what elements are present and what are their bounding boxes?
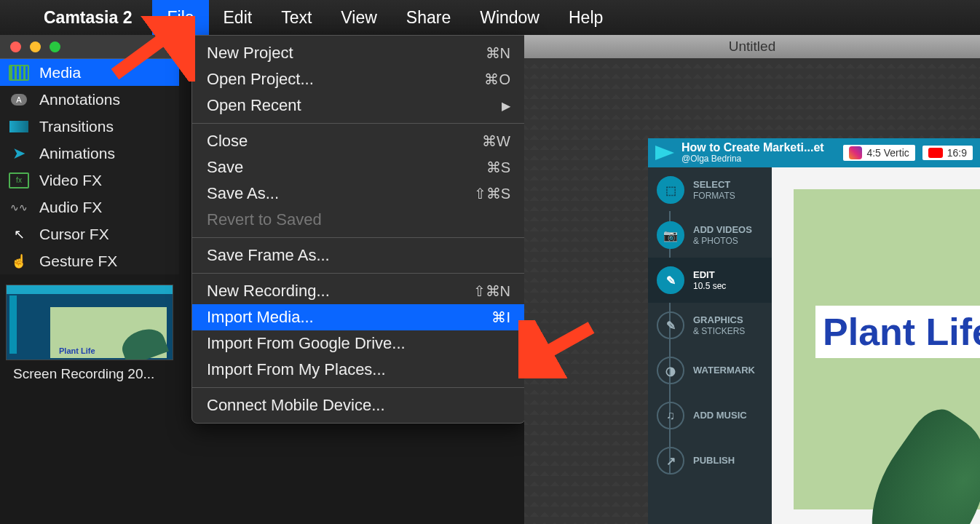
instagram-icon [849,146,862,159]
menu-item-new-recording[interactable]: New Recording...⇧⌘N [192,278,525,304]
menu-item-label: Open Recent [207,96,301,115]
step-icon: ♫ [657,402,684,429]
menu-file[interactable]: File [152,0,208,35]
sidebar-item-annotations[interactable]: AAnnotations [0,86,179,113]
zoom-window[interactable] [50,41,60,52]
sidebar-item-animations[interactable]: ➤Animations [0,140,179,167]
project-topbar: How to Create Marketi...et @Olga Bedrina… [648,138,980,167]
project-author: @Olga Bedrina [681,154,824,164]
step-edit[interactable]: ✎EDIT10.5 sec [648,258,772,303]
app-name[interactable]: Camtasia 2 [44,8,132,28]
menu-separator [192,237,525,238]
menu-shortcut: ⌘I [491,309,510,326]
thumb-label: Plant Life [59,346,95,355]
submenu-arrow-icon: ▶ [502,99,510,113]
preview-canvas[interactable]: How to Create Marketi...et @Olga Bedrina… [648,138,980,524]
menu-window[interactable]: Window [465,0,554,35]
menu-item-open-project[interactable]: Open Project...⌘O [192,66,525,92]
menu-item-import-from-google-drive[interactable]: Import From Google Drive... [192,330,525,357]
menu-item-label: Open Project... [207,70,314,89]
preview-area: Untitled How to Create Marketi...et @Olg… [524,35,980,524]
sidebar-item-label: Gesture FX [39,253,117,270]
sidebar: MediaAAnnotationsTransitions➤AnimationsV… [0,59,179,274]
menu-item-save-as[interactable]: Save As...⇧⌘S [192,180,525,207]
menu-item-label: Close [207,132,248,151]
step-graphics[interactable]: ✎GRAPHICS& STICKERS [648,303,772,348]
step-icon: ⬚ [657,176,684,204]
sidebar-item-video-fx[interactable]: Video FX [0,167,179,194]
gesture-fx-icon: ☝ [11,253,27,269]
close-window[interactable] [10,41,21,52]
step-icon: ✎ [657,266,684,294]
workflow-steps: ⬚SELECTFORMATS📷ADD VIDEOS& PHOTOS✎EDIT10… [648,167,772,524]
annotations-icon: A [11,94,27,106]
menu-shortcut: ⌘W [482,132,510,150]
menu-item-label: Revert to Saved [207,210,322,229]
menu-shortcut: ⌘N [486,44,510,62]
menubar: Camtasia 2 FileEditTextViewShareWindowHe… [0,0,980,35]
menu-item-save-frame-as[interactable]: Save Frame As... [192,242,525,269]
youtube-icon [928,148,943,158]
tools-panel: MediaAAnnotationsTransitions➤AnimationsV… [0,35,179,382]
sidebar-item-transitions[interactable]: Transitions [0,113,179,140]
canvas-title-text[interactable]: Plant Life [815,306,980,358]
sidebar-item-label: Cursor FX [39,226,109,243]
sidebar-item-label: Transitions [39,118,114,135]
sidebar-item-label: Annotations [39,91,120,108]
cursor-fx-icon: ↖ [14,226,25,242]
transitions-icon [9,121,28,132]
menu-item-import-media[interactable]: Import Media...⌘I [192,304,525,330]
step-select[interactable]: ⬚SELECTFORMATS [648,167,772,213]
step-icon: ↗ [657,447,684,475]
step-label: EDIT10.5 sec [693,269,726,291]
step-label: ADD VIDEOS& PHOTOS [693,224,752,246]
menu-item-new-project[interactable]: New Project⌘N [192,40,525,66]
media-icon [9,65,29,81]
menu-shortcut: ⌘S [486,159,510,176]
menu-item-label: Connect Mobile Device... [207,396,385,415]
menu-item-open-recent[interactable]: Open Recent▶ [192,92,525,119]
menu-item-label: Save Frame As... [207,246,330,265]
menu-item-close[interactable]: Close⌘W [192,128,525,154]
step-icon: 📷 [657,221,684,249]
media-thumbnail[interactable]: Plant Life [6,285,173,360]
sidebar-item-label: Animations [39,145,115,162]
menu-separator [192,387,525,388]
sidebar-item-cursor-fx[interactable]: ↖Cursor FX [0,221,179,247]
file-menu-dropdown[interactable]: New Project⌘NOpen Project...⌘OOpen Recen… [191,35,526,424]
step-label: WATERMARK [693,365,755,376]
step-label: PUBLISH [693,455,735,467]
audio-fx-icon: ∿∿ [10,202,28,213]
window-controls [0,35,179,59]
sidebar-item-audio-fx[interactable]: ∿∿Audio FX [0,194,179,221]
menu-text[interactable]: Text [266,0,326,35]
step-label: GRAPHICS& STICKERS [693,314,745,336]
menu-shortcut: ⌘O [484,71,510,88]
menu-item-label: Import From My Places... [207,360,386,379]
menu-help[interactable]: Help [554,0,617,35]
sidebar-item-gesture-fx[interactable]: ☝Gesture FX [0,247,179,274]
menu-separator [192,123,525,124]
menu-item-label: Save [207,158,243,177]
menu-view[interactable]: View [326,0,391,35]
menu-item-label: New Recording... [207,282,330,301]
menu-share[interactable]: Share [392,0,465,35]
step-add-music[interactable]: ♫ADD MUSIC [648,393,772,438]
minimize-window[interactable] [30,41,41,52]
menu-shortcut: ⇧⌘N [473,282,510,300]
sidebar-item-media[interactable]: Media [0,59,179,86]
step-label: SELECTFORMATS [693,179,735,201]
step-label: ADD MUSIC [693,410,747,421]
preview-window-title: Untitled [524,35,980,58]
menu-item-revert-to-saved: Revert to Saved [192,207,525,233]
step-add-videos[interactable]: 📷ADD VIDEOS& PHOTOS [648,213,772,258]
format-chip-2[interactable]: 16:9 [922,146,973,160]
step-publish[interactable]: ↗PUBLISH [648,438,772,483]
step-watermark[interactable]: ◑WATERMARK [648,348,772,393]
menu-item-import-from-my-places[interactable]: Import From My Places... [192,357,525,383]
menu-item-connect-mobile-device[interactable]: Connect Mobile Device... [192,392,525,418]
format-chip-1[interactable]: 4:5 Vertic [843,145,914,161]
menu-edit[interactable]: Edit [209,0,267,35]
step-icon: ✎ [657,311,684,339]
menu-item-save[interactable]: Save⌘S [192,154,525,180]
